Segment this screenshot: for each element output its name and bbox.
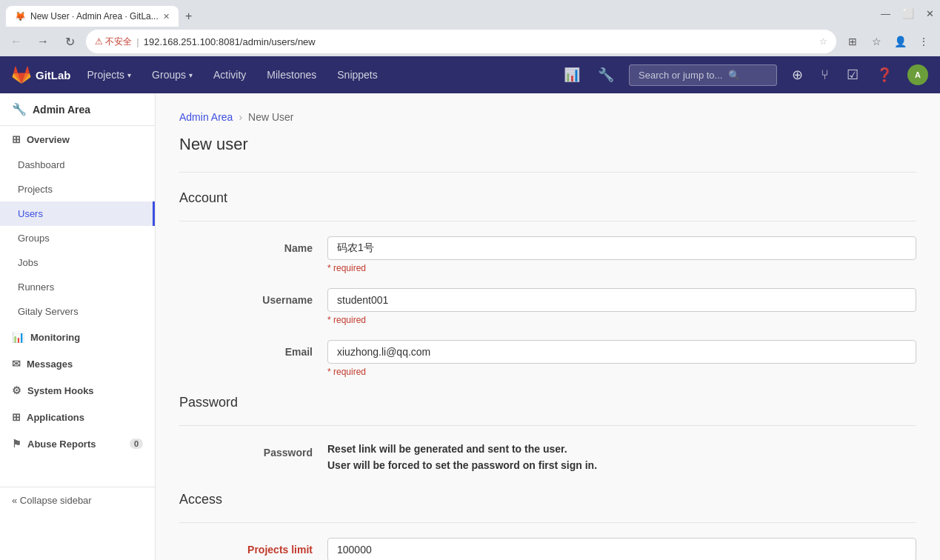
sidebar-item-dashboard[interactable]: Dashboard: [0, 153, 155, 177]
username-field-group: Username * required: [179, 288, 916, 325]
username-field-wrapper: * required: [327, 288, 916, 325]
projects-limit-input[interactable]: [327, 538, 916, 560]
content-area: Admin Area › New User New user Account N…: [156, 93, 940, 560]
search-box[interactable]: Search or jump to... 🔍: [629, 64, 777, 86]
minimize-button[interactable]: —: [881, 8, 890, 19]
nav-activity[interactable]: Activity: [209, 66, 250, 84]
search-icon: 🔍: [728, 70, 740, 81]
tab-close-button[interactable]: ✕: [163, 12, 170, 21]
main-layout: 🔧 Admin Area ⊞ Overview Dashboard Projec…: [0, 93, 940, 560]
sidebar-title: Admin Area: [33, 104, 90, 116]
user-profile-button[interactable]: 👤: [890, 31, 910, 52]
password-divider: [179, 425, 916, 426]
password-section-title: Password: [179, 395, 916, 410]
sidebar-item-system-hooks[interactable]: ⚙ System Hooks: [0, 377, 155, 404]
access-section-title: Access: [179, 492, 916, 507]
security-warning: ⚠ 不安全: [95, 36, 132, 48]
hooks-icon: ⚙: [12, 384, 21, 396]
plus-icon[interactable]: ⊕: [789, 64, 806, 86]
sidebar-item-overview[interactable]: ⊞ Overview: [0, 126, 155, 153]
projects-dropdown-icon: ▾: [127, 71, 131, 79]
sidebar-item-applications[interactable]: ⊞ Applications: [0, 404, 155, 430]
access-section: Access Projects limit: [179, 492, 916, 560]
address-bar[interactable]: ⚠ 不安全 | 192.168.251.100:8081/admin/users…: [86, 30, 836, 53]
account-section: Account Name * required Username * requi…: [179, 190, 916, 377]
name-required: * required: [327, 263, 916, 273]
name-input[interactable]: [327, 236, 916, 260]
page-divider: [179, 172, 916, 173]
admin-area-icon: 🔧: [12, 102, 27, 116]
projects-limit-label: Projects limit: [179, 538, 327, 556]
email-field-group: Email * required: [179, 340, 916, 377]
email-required: * required: [327, 367, 916, 377]
overview-icon: ⊞: [12, 133, 21, 145]
password-info: Reset link will be generated and sent to…: [327, 441, 916, 474]
issues-icon[interactable]: ☑: [844, 64, 861, 86]
account-divider: [179, 221, 916, 221]
search-placeholder: Search or jump to...: [639, 70, 722, 81]
nav-groups[interactable]: Groups ▾: [147, 66, 197, 84]
projects-limit-wrapper: [327, 538, 916, 560]
username-input[interactable]: [327, 288, 916, 312]
merge-requests-icon[interactable]: ⑂: [818, 64, 832, 86]
top-navigation: GitLab Projects ▾ Groups ▾ Activity Mile…: [0, 56, 940, 93]
sidebar-header: 🔧 Admin Area: [0, 93, 155, 126]
abuse-icon: ⚑: [12, 438, 21, 450]
applications-icon: ⊞: [12, 411, 21, 423]
sidebar-item-gitaly-servers[interactable]: Gitaly Servers: [0, 299, 155, 324]
forward-button[interactable]: →: [33, 31, 53, 52]
sidebar-item-abuse-reports[interactable]: ⚑ Abuse Reports 0: [0, 430, 155, 457]
nav-projects[interactable]: Projects ▾: [83, 66, 136, 84]
close-button[interactable]: ✕: [926, 8, 934, 19]
stats-icon[interactable]: 📊: [561, 64, 583, 86]
sidebar-item-projects[interactable]: Projects: [0, 177, 155, 201]
browser-toolbar-icons: ⊞ ☆ 👤 ⋮: [842, 31, 934, 52]
refresh-button[interactable]: ↻: [59, 31, 80, 52]
sidebar: 🔧 Admin Area ⊞ Overview Dashboard Projec…: [0, 93, 156, 560]
window-controls: — ⬜ ✕: [881, 8, 934, 19]
password-info-line2: User will be forced to set the password …: [327, 459, 597, 471]
breadcrumb-parent[interactable]: Admin Area: [179, 111, 233, 123]
sidebar-overview-section: ⊞ Overview Dashboard Projects Users Grou…: [0, 126, 155, 324]
browser-tabs: 🦊 New User · Admin Area · GitLa... ✕ +: [6, 0, 199, 27]
name-field-group: Name * required: [179, 236, 916, 273]
overview-label: Overview: [27, 134, 70, 145]
email-label: Email: [179, 340, 327, 358]
gitlab-logo[interactable]: GitLab: [12, 65, 71, 84]
password-section: Password Password Reset link will be gen…: [179, 395, 916, 474]
back-button[interactable]: ←: [6, 31, 27, 52]
email-field-wrapper: * required: [327, 340, 916, 377]
new-tab-button[interactable]: +: [179, 6, 199, 27]
bookmark-button[interactable]: ☆: [866, 31, 887, 52]
username-required: * required: [327, 315, 916, 325]
password-info-line1: Reset link will be generated and sent to…: [327, 443, 567, 455]
sidebar-item-runners[interactable]: Runners: [0, 275, 155, 299]
sidebar-item-groups[interactable]: Groups: [0, 226, 155, 250]
browser-controls: ← → ↻ ⚠ 不安全 | 192.168.251.100:8081/admin…: [0, 27, 940, 56]
password-field-group: Password Reset link will be generated an…: [179, 441, 916, 474]
gitlab-app: GitLab Projects ▾ Groups ▾ Activity Mile…: [0, 56, 940, 560]
nav-snippets[interactable]: Snippets: [333, 66, 381, 84]
breadcrumb: Admin Area › New User: [179, 111, 916, 123]
sidebar-item-messages[interactable]: ✉ Messages: [0, 350, 155, 377]
help-icon[interactable]: ❓: [873, 64, 896, 86]
user-avatar[interactable]: A: [907, 64, 928, 85]
translate-button[interactable]: ⊞: [842, 31, 863, 52]
browser-tab-active[interactable]: 🦊 New User · Admin Area · GitLa... ✕: [6, 6, 179, 27]
name-field-wrapper: * required: [327, 236, 916, 273]
settings-button[interactable]: ⋮: [913, 31, 934, 52]
sidebar-item-monitoring[interactable]: 📊 Monitoring: [0, 324, 155, 350]
email-input[interactable]: [327, 340, 916, 364]
monitoring-icon: 📊: [12, 331, 24, 343]
nav-milestones[interactable]: Milestones: [262, 66, 321, 84]
sidebar-item-jobs[interactable]: Jobs: [0, 250, 155, 275]
gitlab-fox-icon: [12, 65, 31, 84]
messages-icon: ✉: [12, 358, 21, 370]
wrench-icon[interactable]: 🔧: [595, 64, 617, 86]
tab-favicon: 🦊: [15, 11, 26, 21]
browser-window: 🦊 New User · Admin Area · GitLa... ✕ + —…: [0, 0, 940, 56]
projects-limit-group: Projects limit: [179, 538, 916, 560]
collapse-sidebar-button[interactable]: « Collapse sidebar: [0, 487, 155, 513]
sidebar-item-users[interactable]: Users: [0, 201, 155, 226]
maximize-button[interactable]: ⬜: [902, 8, 914, 19]
